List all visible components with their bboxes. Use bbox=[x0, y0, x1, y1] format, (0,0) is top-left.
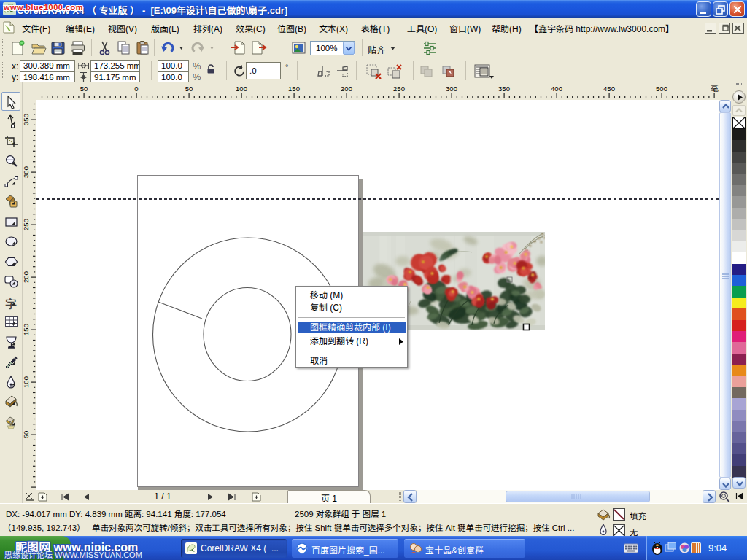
svg-text:50: 50 bbox=[185, 85, 193, 93]
svg-text:50: 50 bbox=[23, 431, 30, 439]
svg-text:500: 500 bbox=[656, 85, 667, 93]
svg-text:200: 200 bbox=[23, 271, 30, 283]
svg-text:350: 350 bbox=[498, 85, 510, 93]
svg-text:250: 250 bbox=[393, 85, 405, 93]
svg-text:450: 450 bbox=[603, 85, 615, 93]
svg-text:350: 350 bbox=[23, 114, 30, 125]
svg-text:50: 50 bbox=[80, 85, 88, 93]
svg-text:0: 0 bbox=[134, 85, 138, 93]
svg-text:400: 400 bbox=[551, 85, 562, 93]
svg-text:毫米: 毫米 bbox=[711, 82, 719, 93]
svg-text:100: 100 bbox=[23, 376, 30, 388]
svg-text:300: 300 bbox=[23, 166, 30, 178]
svg-text:150: 150 bbox=[23, 324, 30, 335]
svg-text:300: 300 bbox=[446, 85, 457, 93]
svg-text:150: 150 bbox=[288, 85, 300, 93]
svg-text:100: 100 bbox=[236, 85, 247, 93]
svg-text:250: 250 bbox=[23, 219, 30, 230]
svg-text:200: 200 bbox=[341, 85, 352, 93]
